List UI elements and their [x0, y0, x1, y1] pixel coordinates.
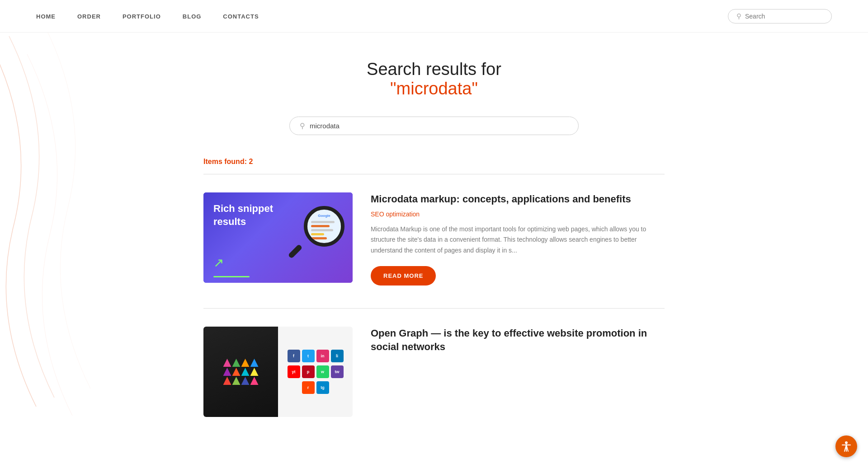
- result-item-1: Rich snippetresults ↗ Google: [203, 192, 665, 285]
- magnifier-graphic: Google: [290, 206, 344, 260]
- result-title-2: Open Graph — is the key to effective web…: [371, 327, 665, 353]
- nav-search-input[interactable]: [745, 13, 823, 20]
- nav-home[interactable]: HOME: [36, 13, 56, 20]
- search-results-heading: Search results for "microdata": [203, 60, 665, 98]
- color-triangles: [220, 355, 262, 388]
- result-thumbnail-1: Rich snippetresults ↗ Google: [203, 192, 353, 283]
- items-count: 2: [249, 158, 253, 165]
- page-search-icon: ⚲: [300, 122, 305, 130]
- result-title-1: Microdata markup: concepts, applications…: [371, 192, 665, 206]
- nav-contacts[interactable]: CONTACTS: [223, 13, 259, 20]
- navbar: HOME ORDER PORTFOLIO BLOG CONTACTS ⚲: [0, 0, 868, 33]
- result-item-2: f t in li yt p w tw r tg: [203, 327, 665, 417]
- result-excerpt-1: Microdata Markup is one of the most impo…: [371, 224, 665, 256]
- divider-result-1: [203, 308, 665, 309]
- nav-portfolio[interactable]: PORTFOLIO: [123, 13, 161, 20]
- page-search-box: ⚲: [289, 117, 579, 135]
- search-query: "microdata": [390, 79, 478, 98]
- search-icon: ⚲: [736, 12, 741, 20]
- page-search-input[interactable]: [310, 122, 568, 130]
- result-info-1: Microdata markup: concepts, applications…: [371, 192, 665, 285]
- read-more-btn-1[interactable]: READ MORE: [371, 266, 436, 285]
- nav-links: HOME ORDER PORTFOLIO BLOG CONTACTS: [36, 12, 259, 20]
- nav-order[interactable]: ORDER: [77, 13, 101, 20]
- arrow-icon: ↗: [213, 255, 224, 270]
- divider-top: [203, 174, 665, 174]
- result-thumbnail-2: f t in li yt p w tw r tg: [203, 327, 353, 417]
- nav-search-box: ⚲: [728, 9, 832, 23]
- accessibility-button[interactable]: [835, 435, 857, 457]
- main-content: Search results for "microdata" ⚲ Items f…: [185, 33, 683, 467]
- thumbnail-2-left: [203, 327, 278, 417]
- thumbnail-2-right: f t in li yt p w tw r tg: [278, 327, 353, 417]
- page-search-bar-wrap: ⚲: [203, 117, 665, 135]
- thumbnail-text-1: Rich snippetresults: [213, 202, 273, 228]
- result-category-1: SEO optimization: [371, 211, 665, 218]
- result-info-2: Open Graph — is the key to effective web…: [371, 327, 665, 358]
- heading-text: Search results for "microdata": [203, 60, 665, 98]
- nav-blog[interactable]: BLOG: [183, 13, 202, 20]
- items-found: Items found: 2: [203, 158, 665, 166]
